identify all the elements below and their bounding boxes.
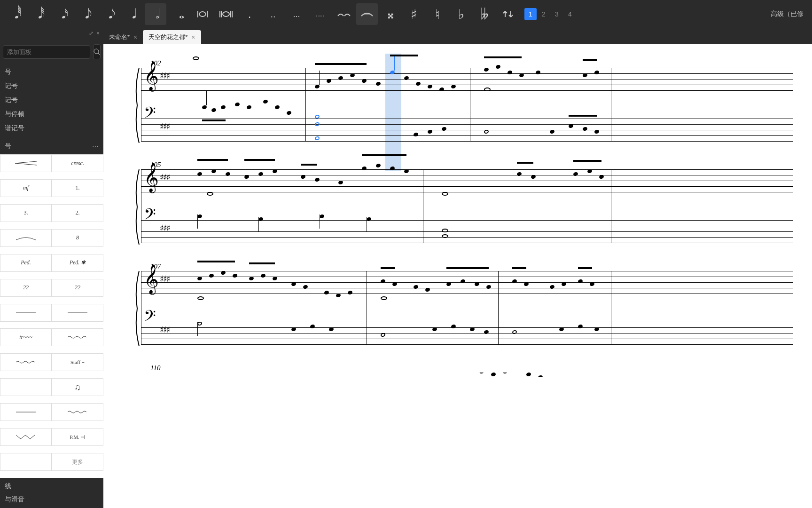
- close-icon[interactable]: ×: [191, 33, 195, 41]
- palette-mf[interactable]: mf: [0, 179, 52, 197]
- voice-3-button[interactable]: 3: [551, 8, 563, 20]
- palette-panel: ⤢ × ⋯ 号 记号 记号 与停顿 谱记号 号 ⋯ cresc. mf 1. 3…: [0, 28, 103, 508]
- note-64th-button[interactable]: 𝅘𝅥𝅱: [4, 3, 25, 25]
- palette-blank2[interactable]: [0, 453, 52, 471]
- sharp-button[interactable]: ♯: [403, 3, 425, 25]
- voice-4-button[interactable]: 4: [564, 8, 576, 20]
- measure-number: 110: [150, 364, 160, 372]
- palette-line1[interactable]: [0, 304, 52, 322]
- note-16th-button[interactable]: 𝅘𝅥𝅯: [51, 3, 72, 25]
- note-8th-button[interactable]: 𝅘𝅥𝅮: [98, 3, 119, 25]
- expand-icon[interactable]: ⤢: [89, 30, 94, 40]
- double-sharp-button[interactable]: 𝄪: [380, 3, 401, 25]
- note-whole-button[interactable]: 𝅝: [168, 3, 190, 25]
- palette-zigzag[interactable]: [0, 428, 52, 446]
- bottom-item[interactable]: 与滑音: [0, 493, 103, 506]
- category-item[interactable]: 号: [0, 65, 103, 79]
- dot-button[interactable]: .: [239, 3, 260, 25]
- palette-cresc[interactable]: cresc.: [52, 154, 103, 172]
- bass-staff[interactable]: 𝄢 ♯♯♯: [141, 119, 793, 141]
- note-breve-button[interactable]: [215, 3, 237, 25]
- svg-point-9: [94, 49, 99, 54]
- treble-staff[interactable]: 𝄞 ♯♯♯: [141, 68, 793, 90]
- category-item[interactable]: 谱记号: [0, 121, 103, 135]
- workspace-label[interactable]: 高级（已修: [766, 10, 808, 18]
- tab-label: 未命名*: [109, 33, 130, 41]
- category-item[interactable]: 与停顿: [0, 107, 103, 121]
- document-tabs: 未命名* × 天空的花之都* ×: [103, 28, 812, 44]
- note-half-button[interactable]: 𝅗𝅥: [145, 3, 166, 25]
- natural-button[interactable]: ♮: [427, 3, 448, 25]
- note-toolbar: 𝅘𝅥𝅱 𝅘𝅥𝅰 𝅘𝅥𝅯 𝅘𝅥𝅮 𝅘𝅥𝅮 𝅘𝅥 𝅗𝅥 𝅝 . .. ... ...…: [0, 0, 812, 28]
- palette-title: 号: [5, 142, 11, 151]
- tab-untitled[interactable]: 未命名* ×: [103, 30, 143, 44]
- palette-pedal-star[interactable]: Ped. ✱: [52, 254, 103, 272]
- palette-wavy3[interactable]: [52, 403, 103, 421]
- palette-line2[interactable]: [52, 304, 103, 322]
- tab-sky-flower[interactable]: 天空的花之都* ×: [143, 30, 201, 44]
- slur-button[interactable]: [356, 3, 378, 25]
- bottom-item[interactable]: 线: [0, 480, 103, 493]
- palette-grace[interactable]: ♫: [52, 378, 103, 396]
- palette-slur[interactable]: [0, 229, 52, 247]
- category-item[interactable]: 记号: [0, 93, 103, 107]
- palette-staff[interactable]: Staff ⌐: [52, 353, 103, 371]
- brace-icon: [134, 68, 140, 143]
- note-quarter-button[interactable]: 𝅘𝅥: [121, 3, 143, 25]
- voice-2-button[interactable]: 2: [538, 8, 550, 20]
- close-icon[interactable]: ×: [133, 33, 137, 41]
- palette-wavy2[interactable]: [0, 353, 52, 371]
- note-double-whole-button[interactable]: [192, 3, 213, 25]
- palette-volta3[interactable]: 3.: [0, 204, 52, 222]
- palette-line3[interactable]: [0, 403, 52, 421]
- svg-point-3: [223, 12, 229, 16]
- category-item[interactable]: 记号: [0, 79, 103, 93]
- palette-22b[interactable]: 22: [52, 279, 103, 297]
- svg-point-0: [199, 12, 206, 16]
- double-dot-button[interactable]: ..: [262, 3, 284, 25]
- brace-icon: [134, 169, 140, 245]
- note-32nd-button[interactable]: 𝅘𝅥𝅰: [27, 3, 49, 25]
- brace-icon: [134, 271, 140, 346]
- note-8th-dot-button[interactable]: 𝅘𝅥𝅮: [74, 3, 96, 25]
- flat-button[interactable]: ♭: [450, 3, 472, 25]
- palette-grid: cresc. mf 1. 3. 2. 8 Ped. Ped. ✱ 22 22 t…: [0, 154, 103, 478]
- palette-8va[interactable]: 8: [52, 229, 103, 247]
- search-button[interactable]: [93, 44, 101, 59]
- palette-hairpin[interactable]: [0, 154, 52, 172]
- palette-blank1[interactable]: [0, 378, 52, 396]
- palette-volta1[interactable]: 1.: [52, 179, 103, 197]
- svg-line-10: [98, 53, 100, 55]
- treble-staff[interactable]: [141, 373, 793, 377]
- palette-search-input[interactable]: [3, 45, 90, 59]
- palette-menu-icon[interactable]: ⋯: [92, 143, 99, 150]
- palette-wavy1[interactable]: [52, 328, 103, 346]
- bass-staff[interactable]: 𝄢 ♯♯♯: [141, 220, 793, 243]
- category-list: 号 记号 记号 与停顿 谱记号: [0, 62, 103, 138]
- quad-dot-button[interactable]: ....: [309, 3, 331, 25]
- tie-button[interactable]: [333, 3, 354, 25]
- tab-label: 天空的花之都*: [148, 33, 187, 41]
- close-icon[interactable]: ×: [96, 30, 100, 40]
- palette-trill[interactable]: tr~~~: [0, 328, 52, 346]
- treble-staff[interactable]: 𝄞 ♯♯♯: [141, 271, 793, 294]
- palette-pedal[interactable]: Ped.: [0, 254, 52, 272]
- triple-dot-button[interactable]: ...: [286, 3, 307, 25]
- score-view[interactable]: 102 𝄞 ♯♯♯: [103, 44, 812, 508]
- voice-1-button[interactable]: 1: [524, 8, 537, 20]
- voice-selector: 1 2 3 4: [524, 8, 576, 20]
- palette-more[interactable]: 更多: [52, 453, 103, 471]
- palette-volta2[interactable]: 2.: [52, 204, 103, 222]
- palette-22a[interactable]: 22: [0, 279, 52, 297]
- flip-button[interactable]: [497, 3, 519, 25]
- double-flat-button[interactable]: 𝄫: [474, 3, 495, 25]
- bass-staff[interactable]: 𝄢 ♯♯♯: [141, 322, 793, 344]
- palette-pm[interactable]: P.M. ⊣: [52, 428, 103, 446]
- treble-staff[interactable]: 𝄞 ♯♯♯: [141, 169, 793, 192]
